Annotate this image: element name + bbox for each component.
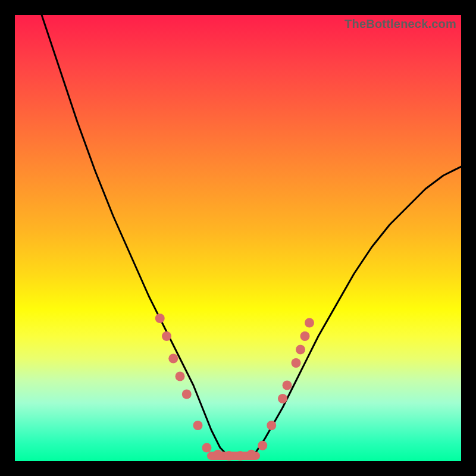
data-marker [224, 451, 234, 461]
data-marker [305, 318, 314, 328]
bottleneck-chart [15, 15, 461, 461]
data-marker [296, 345, 305, 355]
data-marker [162, 331, 171, 341]
plot-area: TheBottleneck.com [15, 15, 461, 461]
data-marker [193, 421, 203, 430]
curve-line [42, 15, 461, 457]
data-marker [168, 354, 178, 364]
data-marker [278, 394, 287, 403]
chart-frame: TheBottleneck.com [0, 0, 476, 476]
data-marker [292, 358, 301, 368]
data-marker [182, 390, 192, 399]
data-marker [176, 372, 185, 381]
data-marker [213, 450, 223, 459]
data-marker [247, 450, 256, 459]
data-marker [267, 421, 276, 430]
data-marker [258, 441, 267, 450]
data-marker [300, 331, 310, 341]
data-marker [202, 443, 212, 453]
data-marker [155, 314, 165, 323]
data-marker [236, 451, 245, 461]
data-marker [283, 381, 292, 390]
